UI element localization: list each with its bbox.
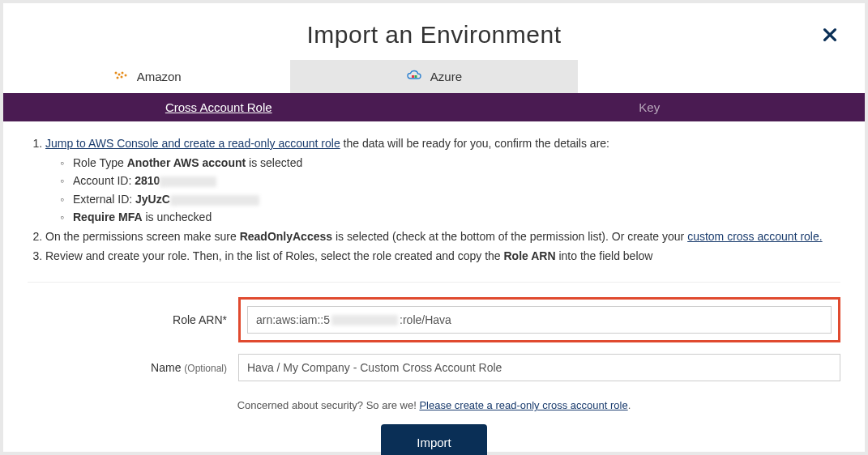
import-environment-modal: Import an Environment Amazon Azure Cross… (3, 3, 865, 452)
svg-point-3 (118, 74, 120, 76)
redacted-account: x (160, 176, 216, 187)
tab-azure[interactable]: Azure (290, 60, 577, 93)
readonly-role-link[interactable]: Please create a read-only cross account … (419, 399, 627, 411)
form: Role ARN* arn:aws:iam::5x:role/Hava Name… (3, 283, 865, 393)
step-2: On the permissions screen make sure Read… (45, 229, 840, 245)
instructions: Jump to AWS Console and create a read-on… (3, 121, 865, 274)
svg-point-5 (124, 74, 126, 77)
tab-empty (578, 60, 865, 93)
redacted-external: x (170, 195, 259, 206)
sub-tabs: Cross Account Role Key (3, 93, 865, 121)
bullet-external-id: External ID: JyUzCx (60, 192, 840, 208)
modal-title: Import an Environment (19, 21, 849, 49)
svg-point-7 (120, 76, 122, 79)
role-arn-highlight: arn:aws:iam::5x:role/Hava (238, 297, 840, 342)
close-icon[interactable] (821, 26, 839, 47)
role-arn-label: Role ARN* (28, 313, 238, 326)
row-role-arn: Role ARN* arn:aws:iam::5x:role/Hava (28, 297, 840, 342)
step-3: Review and create your role. Then, in th… (45, 249, 840, 265)
bullet-roletype: Role Type Another AWS account is selecte… (60, 155, 840, 172)
custom-role-link[interactable]: custom cross account role. (687, 230, 823, 243)
redacted-arn: x (331, 315, 398, 325)
svg-point-6 (116, 77, 118, 79)
import-button[interactable]: Import (381, 424, 487, 455)
svg-rect-8 (412, 75, 414, 78)
subtab-cross-account-role[interactable]: Cross Account Role (3, 93, 434, 121)
azure-cloud-icon (406, 70, 422, 83)
bullet-account-id: Account ID: 2810x (60, 173, 840, 189)
aws-icon (113, 70, 129, 83)
tab-amazon[interactable]: Amazon (3, 60, 290, 93)
role-arn-input[interactable]: arn:aws:iam::5x:role/Hava (247, 306, 832, 334)
bullet-mfa: Require MFA is unchecked (60, 210, 840, 226)
svg-point-4 (121, 72, 123, 74)
aws-console-link[interactable]: Jump to AWS Console and create a read-on… (45, 137, 340, 150)
name-label: Name (Optional) (28, 361, 238, 374)
modal-header: Import an Environment (3, 3, 865, 60)
tab-amazon-label: Amazon (137, 70, 182, 83)
name-input[interactable] (238, 354, 840, 381)
svg-rect-9 (414, 75, 417, 78)
step-1-tail: the data will be ready for you, confirm … (340, 137, 609, 150)
tab-azure-label: Azure (430, 70, 462, 83)
security-note: Concerned about security? So are we! Ple… (3, 399, 865, 411)
step-1: Jump to AWS Console and create a read-on… (45, 136, 840, 226)
provider-tabs: Amazon Azure (3, 60, 865, 93)
row-name: Name (Optional) (28, 354, 840, 381)
svg-point-2 (114, 72, 117, 74)
subtab-key[interactable]: Key (434, 93, 866, 121)
